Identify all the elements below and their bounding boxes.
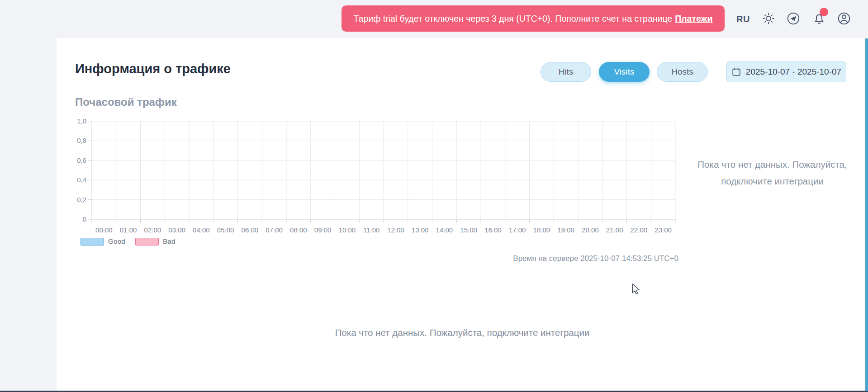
svg-text:22:00: 22:00 xyxy=(631,226,648,234)
vertical-scrollbar[interactable] xyxy=(865,38,868,391)
svg-text:23:00: 23:00 xyxy=(655,226,672,234)
legend-label: Good xyxy=(108,237,125,246)
theme-sun-icon[interactable] xyxy=(762,12,775,25)
chart-section-title: Почасовой трафик xyxy=(75,96,177,109)
legend-label: Bad xyxy=(163,237,175,246)
svg-text:12:00: 12:00 xyxy=(387,226,404,234)
bottom-no-data-message: Пока что нет данных. Пожалуйста, подключ… xyxy=(57,327,868,338)
svg-text:02:00: 02:00 xyxy=(144,226,161,234)
page-title: Информация о трафике xyxy=(75,61,231,76)
svg-text:1,0: 1,0 xyxy=(77,117,86,125)
svg-text:03:00: 03:00 xyxy=(168,226,185,234)
svg-text:13:00: 13:00 xyxy=(412,226,429,234)
server-time-label: Время на сервере 2025-10-07 14:53:25 UTC… xyxy=(452,254,678,263)
telegram-icon[interactable] xyxy=(787,12,800,25)
svg-text:15:00: 15:00 xyxy=(460,226,477,234)
language-selector[interactable]: RU xyxy=(736,0,750,38)
svg-text:11:00: 11:00 xyxy=(363,226,379,234)
chart-legend: GoodBad xyxy=(81,237,175,246)
tab-hosts[interactable]: Hosts xyxy=(657,62,708,82)
svg-text:17:00: 17:00 xyxy=(509,226,526,234)
chart-no-data-message: Пока что нет данных. Пожалуйста, подключ… xyxy=(692,156,853,189)
svg-text:16:00: 16:00 xyxy=(484,226,502,234)
svg-text:19:00: 19:00 xyxy=(557,226,574,234)
legend-swatch xyxy=(135,238,159,246)
svg-text:0,4: 0,4 xyxy=(77,176,86,184)
legend-swatch xyxy=(81,238,104,246)
hourly-traffic-chart: 1,00,80,60,40,2000:0001:0002:0003:0004:0… xyxy=(75,115,690,240)
svg-text:20:00: 20:00 xyxy=(582,226,599,234)
svg-text:05:00: 05:00 xyxy=(217,226,234,234)
svg-text:0,2: 0,2 xyxy=(77,196,86,203)
svg-text:0: 0 xyxy=(83,215,86,223)
legend-item-good[interactable]: Good xyxy=(81,237,125,246)
svg-text:0,6: 0,6 xyxy=(77,156,86,164)
trial-warning-banner: Тариф trial будет отключен через 3 дня (… xyxy=(342,5,725,32)
tab-hits[interactable]: Hits xyxy=(541,62,591,82)
mouse-cursor xyxy=(632,283,642,295)
svg-text:09:00: 09:00 xyxy=(314,226,332,234)
svg-text:07:00: 07:00 xyxy=(266,226,283,234)
legend-item-bad[interactable]: Bad xyxy=(135,237,175,246)
calendar-icon xyxy=(731,67,741,77)
date-range-picker[interactable]: 2025-10-07 - 2025-10-07 xyxy=(726,61,846,82)
svg-text:08:00: 08:00 xyxy=(290,226,307,234)
svg-text:21:00: 21:00 xyxy=(606,226,623,234)
profile-icon[interactable] xyxy=(837,12,851,25)
payments-link[interactable]: Платежи xyxy=(675,14,712,24)
svg-text:18:00: 18:00 xyxy=(533,226,550,234)
banner-text: Тариф trial будет отключен через 3 дня (… xyxy=(354,14,673,24)
svg-text:0,8: 0,8 xyxy=(77,137,86,144)
svg-text:04:00: 04:00 xyxy=(193,226,210,234)
svg-text:06:00: 06:00 xyxy=(242,226,259,234)
svg-text:00:00: 00:00 xyxy=(95,226,113,234)
svg-text:10:00: 10:00 xyxy=(339,226,356,234)
date-range-value: 2025-10-07 - 2025-10-07 xyxy=(746,67,841,77)
tab-visits[interactable]: Visits xyxy=(599,62,650,82)
notification-badge xyxy=(820,8,828,16)
sidebar xyxy=(0,0,57,391)
svg-text:01:00: 01:00 xyxy=(120,226,137,234)
svg-text:14:00: 14:00 xyxy=(436,226,453,234)
